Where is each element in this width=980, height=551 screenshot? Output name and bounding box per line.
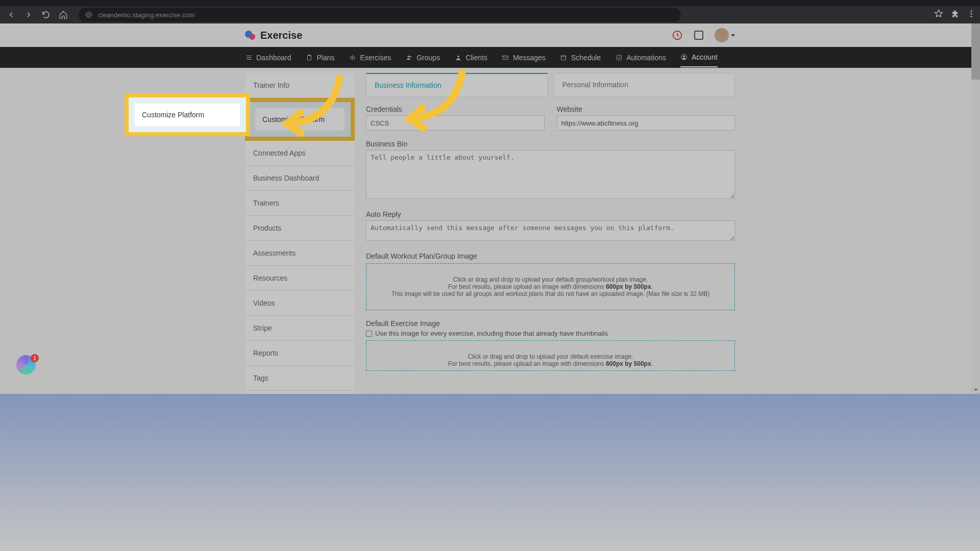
help-widget[interactable]: 1 bbox=[16, 355, 38, 377]
checkbox-icon[interactable] bbox=[694, 31, 703, 40]
brand-logo[interactable]: Exercise bbox=[245, 30, 302, 41]
svg-rect-12 bbox=[617, 55, 621, 60]
ex-drop-line1: Click or drag and drop to upload your de… bbox=[373, 353, 728, 360]
app-header: Exercise bbox=[0, 23, 980, 47]
business-bio-textarea[interactable] bbox=[366, 150, 735, 199]
brand-logo-mark bbox=[245, 30, 256, 41]
website-label: Website bbox=[557, 105, 736, 113]
account-sidebar: Trainer Info Customize Platform Connecte… bbox=[245, 73, 355, 441]
sidebar-item-tags[interactable]: Tags bbox=[245, 366, 355, 391]
credentials-label: Credentials bbox=[366, 105, 545, 113]
nav-exercises[interactable]: Exercises bbox=[349, 48, 391, 67]
account-main: Business Information Personal Informatio… bbox=[355, 73, 735, 441]
mail-icon bbox=[502, 54, 509, 61]
svg-rect-10 bbox=[503, 56, 508, 59]
nav-clients[interactable]: Clients bbox=[454, 48, 487, 67]
sidebar-item-trainer-info[interactable]: Trainer Info bbox=[245, 73, 355, 98]
calendar-icon bbox=[560, 54, 568, 61]
main-navbar: Dashboard Plans Exercises Groups Clients… bbox=[0, 47, 980, 68]
usercircle-icon bbox=[680, 53, 688, 61]
check-icon bbox=[615, 54, 623, 61]
account-tabs: Business Information Personal Informatio… bbox=[366, 73, 735, 97]
auto-reply-label: Auto Reply bbox=[366, 210, 735, 218]
nav-schedule[interactable]: Schedule bbox=[560, 48, 601, 67]
tab-personal-information[interactable]: Personal Information bbox=[554, 73, 736, 97]
nav-groups[interactable]: Groups bbox=[405, 48, 440, 67]
nav-account[interactable]: Account bbox=[680, 48, 718, 67]
chevron-down-icon bbox=[731, 34, 735, 37]
nav-automations[interactable]: Automations bbox=[615, 48, 666, 67]
highlight-callout: Customize Platform bbox=[245, 98, 355, 141]
svg-rect-6 bbox=[308, 55, 310, 56]
sidebar-item-products[interactable]: Products bbox=[245, 216, 355, 241]
sidebar-item-trainers[interactable]: Trainers bbox=[245, 191, 355, 216]
sidebar-item-resources[interactable]: Resources bbox=[245, 266, 355, 291]
clipboard-icon bbox=[306, 54, 313, 61]
bars-icon bbox=[349, 54, 357, 61]
svg-rect-11 bbox=[561, 55, 566, 60]
tab-business-information[interactable]: Business Information bbox=[366, 73, 548, 97]
exercise-image-label: Default Exercise Image bbox=[366, 319, 735, 328]
ex-drop-line2: For best results, please upload an image… bbox=[373, 360, 728, 367]
svg-point-14 bbox=[683, 56, 685, 58]
page-scrollbar[interactable] bbox=[971, 23, 980, 394]
business-bio-label: Business Bio bbox=[366, 140, 735, 148]
plan-image-dropzone[interactable]: Click or drag and drop to upload your de… bbox=[366, 263, 735, 310]
help-widget-badge: 1 bbox=[31, 354, 39, 362]
svg-point-7 bbox=[407, 55, 409, 57]
sidebar-item-business-dashboard[interactable]: Business Dashboard bbox=[245, 166, 355, 191]
exercise-image-checkbox-row[interactable]: Use this image for every exercise, inclu… bbox=[366, 330, 735, 337]
plan-drop-line3: This image will be used for all groups a… bbox=[373, 290, 728, 297]
bottom-gradient bbox=[0, 394, 980, 551]
plan-drop-line1: Click or drag and drop to upload your de… bbox=[373, 276, 728, 283]
sidebar-item-assessments[interactable]: Assessments bbox=[245, 241, 355, 266]
sidebar-item-customize-platform[interactable]: Customize Platform bbox=[245, 98, 355, 141]
credentials-input[interactable] bbox=[366, 115, 545, 131]
page-content: Trainer Info Customize Platform Connecte… bbox=[0, 68, 980, 441]
sidebar-item-reports[interactable]: Reports bbox=[245, 341, 355, 366]
user-menu[interactable] bbox=[715, 28, 735, 42]
list-icon bbox=[245, 54, 253, 61]
brand-name: Exercise bbox=[260, 30, 302, 41]
nav-dashboard[interactable]: Dashboard bbox=[245, 48, 291, 67]
users-icon bbox=[405, 54, 413, 61]
sidebar-item-stripe[interactable]: Stripe bbox=[245, 316, 355, 341]
auto-reply-textarea[interactable] bbox=[366, 220, 735, 241]
exercise-image-checkbox[interactable] bbox=[366, 331, 372, 337]
clock-icon[interactable] bbox=[672, 30, 683, 41]
exercise-image-dropzone[interactable]: Click or drag and drop to upload your de… bbox=[366, 340, 735, 371]
scrollbar-down-arrow[interactable] bbox=[971, 385, 980, 394]
sidebar-item-videos[interactable]: Videos bbox=[245, 291, 355, 316]
scrollbar-thumb[interactable] bbox=[971, 23, 980, 80]
nav-plans[interactable]: Plans bbox=[306, 48, 335, 67]
exercise-image-checkbox-label: Use this image for every exercise, inclu… bbox=[375, 330, 608, 337]
svg-point-9 bbox=[457, 55, 459, 57]
plan-image-label: Default Workout Plan/Group Image bbox=[366, 252, 735, 260]
website-input[interactable] bbox=[557, 115, 736, 131]
plan-drop-line2: For best results, please upload an image… bbox=[373, 283, 728, 290]
svg-point-8 bbox=[410, 56, 411, 57]
nav-messages[interactable]: Messages bbox=[502, 48, 546, 67]
avatar bbox=[715, 28, 729, 42]
sidebar-item-connected-apps[interactable]: Connected Apps bbox=[245, 141, 355, 166]
svg-rect-5 bbox=[308, 55, 311, 60]
user-icon bbox=[454, 54, 462, 61]
